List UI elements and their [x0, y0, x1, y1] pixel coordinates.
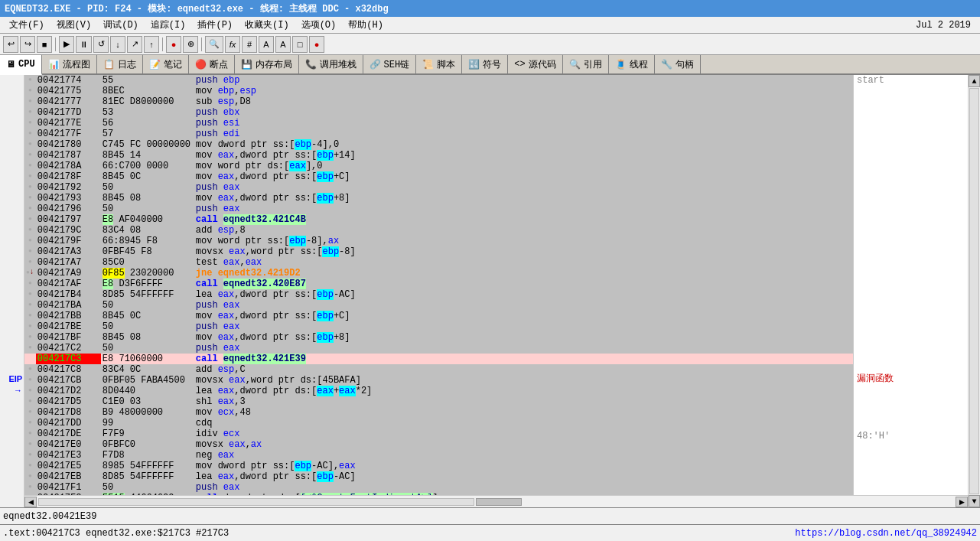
bp-cell[interactable]: ● [24, 118, 36, 129]
table-row[interactable]: ●004217E00FBFC0movsx eax,ax [24, 439, 853, 450]
table-row[interactable]: ●004217B48D85 54FFFFFFlea eax,dword ptr … [24, 289, 853, 300]
table-row[interactable]: ●004217C250push eax [24, 343, 853, 354]
table-row[interactable]: ●004217CB0FBF05 FABA4500movsx eax,word p… [24, 375, 853, 386]
bp-cell[interactable]: ● [24, 246, 36, 257]
bp-cell[interactable]: ● [24, 364, 36, 375]
bp-cell[interactable]: ● [24, 321, 36, 332]
table-row[interactable]: ●↓004217A90F85 23020000jne eqnedt32.4219… [24, 268, 853, 279]
h-scroll-right[interactable]: ▶ [956, 497, 968, 507]
h-scroll-left[interactable]: ◀ [24, 497, 37, 507]
bp-cell[interactable] [24, 354, 36, 364]
bp-cell[interactable]: ● [24, 396, 36, 407]
table-row[interactable]: ●004217EB8D85 54FFFFFFlea eax,dword ptr … [24, 471, 853, 482]
table-row[interactable]: ●0042177781EC D8000000sub esp,D8 [24, 96, 853, 107]
table-row[interactable]: ●0042177455push ebp [24, 75, 853, 86]
menu-trace[interactable]: 追踪(I) [145, 17, 192, 33]
table-row[interactable]: ●0042178F8B45 0Cmov eax,dword ptr ss:[eb… [24, 171, 853, 182]
bp-cell[interactable]: ● [24, 343, 36, 354]
tab-callstack[interactable]: 📞 调用堆栈 [299, 55, 363, 73]
table-row[interactable]: ●004217D5C1E0 03shl eax,3 [24, 396, 853, 407]
tb-fx[interactable]: fx [225, 36, 240, 53]
tab-script[interactable]: 📜 脚本 [416, 55, 462, 73]
bp-cell[interactable]: ● [24, 407, 36, 418]
bp-cell[interactable]: ● [24, 332, 36, 343]
v-scroll-thumb[interactable] [969, 88, 979, 494]
tb-run[interactable]: ▶ [59, 36, 74, 53]
bp-cell[interactable]: ● [24, 236, 36, 246]
tab-symbols[interactable]: 🔣 符号 [462, 55, 508, 73]
menu-view[interactable]: 视图(V) [50, 17, 98, 33]
table-row[interactable]: ●004217E3F7D8neg eax [24, 450, 853, 461]
table-row[interactable]: ●0042177F57push edi [24, 129, 853, 139]
bp-cell[interactable]: ● [24, 107, 36, 118]
tab-notes[interactable]: 📝 笔记 [143, 55, 189, 73]
table-row[interactable]: ●004217A30FBF45 F8movsx eax,word ptr ss:… [24, 246, 853, 257]
menu-help[interactable]: 帮助(H) [342, 17, 389, 33]
table-row[interactable]: ●004217D8B9 48000000mov ecx,48 [24, 407, 853, 418]
bp-cell[interactable]: ● [24, 86, 36, 96]
table-row[interactable]: ●004217DEF7F9idiv ecx [24, 429, 853, 439]
tab-handles[interactable]: 🔧 句柄 [655, 55, 701, 73]
bp-cell[interactable]: ● [24, 75, 36, 86]
menu-debug[interactable]: 调试(D) [97, 17, 145, 33]
table-row[interactable]: ●0042177D53push ebx [24, 107, 853, 118]
bp-cell[interactable]: ● [24, 482, 36, 493]
tb-step-out[interactable]: ↑ [144, 36, 159, 53]
tab-memory[interactable]: 💾 内存布局 [235, 55, 299, 73]
tb-step-over[interactable]: ↗ [127, 36, 142, 53]
table-row[interactable]: ●004217C883C4 0Cadd esp,C [24, 364, 853, 375]
bp-cell[interactable]: ● [24, 257, 36, 268]
bp-cell[interactable]: ● [24, 439, 36, 450]
table-row[interactable]: ●00421780C745 FC 00000000mov dword ptr s… [24, 139, 853, 150]
tab-cpu[interactable]: 🖥 CPU [0, 55, 42, 75]
bp-cell[interactable]: ● [24, 150, 36, 161]
disasm-scroll[interactable]: ●0042177455push ebp●004217758BECmov ebp,… [24, 75, 968, 495]
tab-threads[interactable]: 🧵 线程 [609, 55, 655, 73]
tb-bp[interactable]: ● [166, 36, 181, 53]
menu-options[interactable]: 选项(O) [295, 17, 343, 33]
bp-cell[interactable]: ● [24, 279, 36, 289]
bp-cell[interactable]: ● [24, 375, 36, 386]
table-row[interactable]: ●004217A785C0test eax,eax [24, 257, 853, 268]
bp-cell[interactable]: ● [24, 171, 36, 182]
tb-circle[interactable]: ● [309, 36, 324, 53]
bp-cell[interactable]: ● [24, 193, 36, 204]
bp-cell[interactable]: ● [24, 461, 36, 471]
table-row[interactable]: ●00421797E8 AF040000call eqnedt32.421C4B [24, 214, 853, 225]
bp-cell[interactable]: ● [24, 129, 36, 139]
menu-favorites[interactable]: 收藏夹(I) [239, 17, 295, 33]
table-row[interactable]: ●0042179F66:8945 F8mov word ptr ss:[ebp-… [24, 236, 853, 246]
bp-cell[interactable]: ● [24, 289, 36, 300]
tb-mem-bp[interactable]: ⊕ [183, 36, 198, 53]
table-row[interactable]: ●004217E58985 54FFFFFFmov dword ptr ss:[… [24, 461, 853, 471]
tb-save[interactable]: ■ [37, 36, 52, 53]
v-scroll-up[interactable]: ▲ [969, 75, 980, 87]
table-row[interactable]: ●0042179250push eax [24, 182, 853, 193]
tab-log[interactable]: 📋 日志 [97, 55, 143, 73]
bp-cell[interactable]: ● [24, 96, 36, 107]
tb-box[interactable]: □ [292, 36, 308, 53]
table-row[interactable]: ●004217BB8B45 0Cmov eax,dword ptr ss:[eb… [24, 311, 853, 321]
table-row[interactable]: ●004217938B45 08mov eax,dword ptr ss:[eb… [24, 193, 853, 204]
bp-cell[interactable]: ● [24, 139, 36, 150]
table-row[interactable]: ●0042179650push eax [24, 204, 853, 214]
v-scrollbar[interactable]: ▲ ▼ [968, 75, 980, 507]
bp-cell[interactable]: ● [24, 204, 36, 214]
tb-pause[interactable]: ⏸ [76, 36, 92, 53]
table-row[interactable]: ●004217878B45 14mov eax,dword ptr ss:[eb… [24, 150, 853, 161]
bp-cell[interactable]: ●↓ [24, 268, 36, 279]
bp-cell[interactable]: ● [24, 450, 36, 461]
bp-cell[interactable]: ● [24, 311, 36, 321]
tb-font2[interactable]: A [275, 36, 291, 53]
table-row[interactable]: 004217C3E8 71060000call eqnedt32.421E39 [24, 354, 853, 364]
bp-cell[interactable]: ● [24, 300, 36, 311]
table-row[interactable]: ●004217DD99cdq [24, 418, 853, 429]
tab-flowchart[interactable]: 📊 流程图 [42, 55, 97, 73]
bp-cell[interactable]: ● [24, 214, 36, 225]
tab-breakpoints[interactable]: 🔴 断点 [189, 55, 235, 73]
tab-source[interactable]: <> 源代码 [508, 55, 562, 73]
table-row[interactable]: ●004217F150push eax [24, 482, 853, 493]
tb-search[interactable]: 🔍 [205, 36, 223, 53]
tb-hash[interactable]: # [242, 36, 257, 53]
table-row[interactable]: ●004217D28D0440lea eax,dword ptr ds:[eax… [24, 386, 853, 396]
